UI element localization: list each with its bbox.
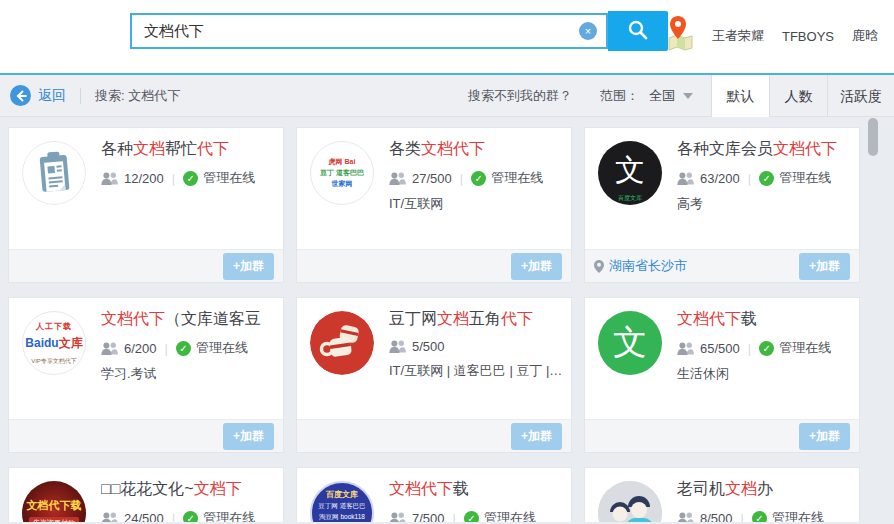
member-count: 7/500	[412, 511, 445, 523]
meta-divider: |	[165, 341, 168, 356]
sort-tab[interactable]: 人数	[769, 75, 827, 117]
hot-word-link[interactable]: 王者荣耀	[712, 27, 764, 45]
card-footer: 湖南省长沙市 +加群	[585, 249, 859, 282]
group-title[interactable]: 各种文档帮忙代下	[101, 139, 277, 160]
back-label: 返回	[38, 87, 66, 105]
join-group-button[interactable]: +加群	[799, 253, 850, 280]
group-avatar[interactable]: 文档代下载先咨询再付款	[22, 481, 86, 522]
card-footer: +加群	[297, 419, 571, 452]
back-button[interactable]: 返回	[10, 85, 66, 106]
member-count: 63/200	[700, 171, 740, 186]
group-tags: 高考	[677, 195, 853, 213]
results-toolbar: 返回 搜索: 文档代下 搜索不到我的群？ 范围： 全国 默认人数活跃度	[0, 75, 894, 117]
map-pin-icon	[664, 14, 694, 58]
admin-online-label: 管理在线	[203, 509, 255, 522]
members-icon	[677, 172, 694, 185]
join-group-button[interactable]: +加群	[511, 253, 562, 280]
clear-search-icon[interactable]: ×	[579, 22, 597, 40]
card-footer: +加群	[585, 419, 859, 452]
group-title[interactable]: 老司机文档办	[677, 479, 853, 500]
hot-word-link[interactable]: TFBOYS	[782, 29, 834, 44]
member-count: 5/500	[412, 339, 445, 354]
card-footer: +加群	[9, 249, 283, 282]
admin-online-label: 管理在线	[491, 169, 543, 187]
search-button[interactable]	[608, 11, 668, 51]
group-title[interactable]: 文档代下（文库道客豆	[101, 309, 277, 330]
group-title[interactable]: 文档代下载	[677, 309, 853, 330]
members-icon	[101, 342, 118, 355]
members-icon	[677, 512, 694, 523]
group-card: 虎网 Bai豆丁 道客巴巴世家网 各类文档代下 27/500 | ✓ 管理在线 …	[296, 127, 572, 283]
meta-divider: |	[748, 341, 751, 356]
group-card: 百度文库豆丁网 道客巴巴淘豆网 book118专人代下 文档代下载 7/500 …	[296, 467, 572, 522]
group-avatar[interactable]	[22, 141, 86, 205]
group-tags: 生活休闲	[677, 365, 853, 383]
sort-tab[interactable]: 默认	[711, 75, 769, 117]
admin-online-icon: ✓	[183, 511, 198, 523]
group-card: 各种文档帮忙代下 12/200 | ✓ 管理在线	[8, 127, 284, 283]
meta-divider: |	[748, 171, 751, 186]
group-title[interactable]: 豆丁网文档五角代下	[389, 309, 565, 330]
toolbar-divider	[80, 88, 81, 104]
group-card: 人工下载Baidu文库VIP专享文档代下 文档代下（文库道客豆 6/200 | …	[8, 297, 284, 453]
cannot-find-group-link[interactable]: 搜索不到我的群？	[468, 87, 572, 105]
members-icon	[101, 512, 118, 523]
member-count: 6/200	[124, 341, 157, 356]
group-tags: 学习.考试	[101, 365, 277, 383]
sort-tab[interactable]: 活跃度	[827, 75, 894, 117]
group-title[interactable]: 各类文档代下	[389, 139, 565, 160]
admin-online-label: 管理在线	[484, 509, 536, 522]
group-title[interactable]: □□花花文化~文档下	[101, 479, 277, 500]
top-search-bar: × 王者荣耀 TFBOYS 鹿晗	[0, 0, 894, 75]
admin-online-icon: ✓	[464, 511, 479, 523]
group-card: 豆丁网文档五角代下 5/500 | ✓ IT/互联网 | 道客巴巴 | 豆丁 |…	[296, 297, 572, 453]
join-group-button[interactable]: +加群	[799, 423, 850, 450]
sort-tabs: 默认人数活跃度	[711, 75, 894, 117]
admin-online-label: 管理在线	[203, 169, 255, 187]
group-avatar[interactable]: 文百度文库	[598, 141, 662, 205]
group-avatar[interactable]	[310, 311, 374, 375]
admin-online-label: 管理在线	[779, 169, 831, 187]
group-avatar[interactable]: 人工下载Baidu文库VIP专享文档代下	[22, 311, 86, 375]
join-group-button[interactable]: +加群	[511, 423, 562, 450]
members-icon	[389, 512, 406, 523]
meta-divider: |	[172, 511, 175, 523]
group-tags: IT/互联网	[389, 195, 565, 213]
location-pin-icon	[594, 260, 604, 273]
member-count: 8/500	[700, 511, 733, 523]
member-count: 65/500	[700, 341, 740, 356]
group-avatar[interactable]: 百度文库豆丁网 道客巴巴淘豆网 book118专人代下	[310, 481, 374, 522]
scope-select[interactable]: 全国	[649, 87, 675, 105]
meta-divider: |	[453, 511, 456, 523]
admin-online-label: 管理在线	[196, 339, 248, 357]
search-input[interactable]	[130, 13, 608, 49]
chevron-down-icon[interactable]	[683, 93, 693, 99]
group-card: 文百度文库 各种文库会员文档代下 63/200 | ✓ 管理在线 高考	[584, 127, 860, 283]
group-location[interactable]: 湖南省长沙市	[594, 257, 687, 275]
group-card: 老司机文档办 8/500 | ✓ 管理在线	[584, 467, 860, 522]
results-area: 各种文档帮忙代下 12/200 | ✓ 管理在线	[0, 117, 894, 522]
admin-online-icon: ✓	[471, 171, 486, 186]
card-footer: +加群	[297, 249, 571, 282]
join-group-button[interactable]: +加群	[223, 253, 274, 280]
group-title[interactable]: 各种文库会员文档代下	[677, 139, 853, 160]
hot-word-link[interactable]: 鹿晗	[852, 27, 878, 45]
group-avatar[interactable]	[598, 481, 662, 522]
hot-search-words: 王者荣耀 TFBOYS 鹿晗	[664, 12, 878, 60]
group-avatar[interactable]: 文	[598, 311, 662, 375]
search-keyword-label: 搜索: 文档代下	[95, 87, 180, 105]
group-title[interactable]: 文档代下载	[389, 479, 565, 500]
location-label: 湖南省长沙市	[609, 257, 687, 275]
admin-online-label: 管理在线	[772, 509, 824, 522]
member-count: 12/200	[124, 171, 164, 186]
admin-online-icon: ✓	[759, 341, 774, 356]
group-avatar[interactable]: 虎网 Bai豆丁 道客巴巴世家网	[310, 141, 374, 205]
back-arrow-icon	[10, 85, 31, 106]
meta-divider: |	[741, 511, 744, 523]
group-card: 文 文档代下载 65/500 | ✓ 管理在线 生活休闲	[584, 297, 860, 453]
join-group-button[interactable]: +加群	[223, 423, 274, 450]
scrollbar-thumb[interactable]	[868, 118, 878, 156]
admin-online-icon: ✓	[752, 511, 767, 523]
meta-divider: |	[460, 171, 463, 186]
members-icon	[389, 340, 406, 353]
